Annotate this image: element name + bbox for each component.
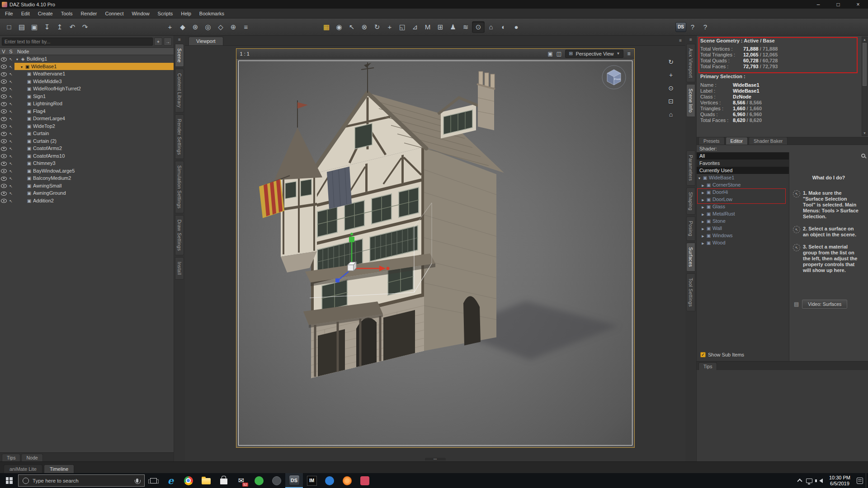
- daz-store-icon[interactable]: DS: [675, 22, 686, 32]
- transfer-utility-icon[interactable]: ≋: [459, 21, 472, 33]
- whats-this-icon[interactable]: ?: [686, 21, 699, 33]
- menu-help[interactable]: Help: [177, 9, 195, 19]
- pane-collapse-handle[interactable]: •••: [425, 458, 446, 460]
- tab-shader-baker[interactable]: Shader Baker: [749, 137, 788, 145]
- surface-group-row[interactable]: Windows: [697, 232, 789, 239]
- visibility-eye-icon[interactable]: [0, 176, 7, 181]
- scrollbar[interactable]: ▲▼: [862, 37, 868, 136]
- scene-node-row[interactable]: Curtain: [0, 130, 174, 137]
- tab-content-library[interactable]: Content Library: [175, 69, 184, 112]
- task-view-button[interactable]: [145, 473, 162, 488]
- selection-arrow-icon[interactable]: [7, 183, 14, 188]
- expand-arrow-icon[interactable]: [700, 204, 706, 209]
- menu-edit[interactable]: Edit: [17, 9, 34, 19]
- maximize-button[interactable]: □: [828, 0, 848, 9]
- save-scene-icon[interactable]: ▣: [28, 21, 41, 33]
- scene-node-row[interactable]: Curtain (2): [0, 137, 174, 145]
- import-icon[interactable]: ↧: [41, 21, 53, 33]
- start-button[interactable]: [0, 473, 18, 488]
- tab-install[interactable]: Install: [175, 257, 184, 280]
- rotate-tool-icon[interactable]: ↻: [371, 21, 383, 33]
- taskbar-app-blue[interactable]: [321, 473, 338, 488]
- selection-arrow-icon[interactable]: [7, 116, 14, 121]
- create-light-icon[interactable]: ⊛: [189, 21, 202, 33]
- filter-currently-used-row[interactable]: Currently Used: [697, 167, 789, 174]
- expand-arrow-icon[interactable]: [700, 197, 706, 202]
- taskbar-app-daz-studio[interactable]: DS: [285, 473, 303, 488]
- render-icon[interactable]: ●: [510, 21, 523, 33]
- redo-icon[interactable]: ↷: [79, 21, 91, 33]
- new-scene-icon[interactable]: □: [3, 21, 15, 33]
- selection-arrow-icon[interactable]: [7, 190, 14, 196]
- frame-icon[interactable]: ⊡: [666, 97, 675, 106]
- close-button[interactable]: ×: [848, 0, 868, 9]
- taskbar-app-chrome[interactable]: [179, 473, 197, 488]
- measure-metrics-icon[interactable]: M: [421, 21, 434, 33]
- selection-arrow-icon[interactable]: [7, 79, 14, 84]
- selection-arrow-icon[interactable]: [7, 56, 14, 61]
- visibility-eye-icon[interactable]: [0, 71, 7, 76]
- selection-arrow-icon[interactable]: [7, 64, 14, 69]
- surface-selection-tool-icon[interactable]: ⊙: [472, 21, 485, 33]
- visibility-eye-icon[interactable]: [0, 64, 7, 69]
- selection-arrow-icon[interactable]: [7, 168, 14, 174]
- region-navigator-icon[interactable]: ⊞: [434, 21, 447, 33]
- pane-menu-icon[interactable]: ≡: [178, 37, 181, 43]
- visibility-eye-icon[interactable]: [0, 116, 7, 121]
- selection-arrow-icon[interactable]: [7, 175, 14, 181]
- volume-icon[interactable]: [817, 479, 823, 483]
- tab-posing[interactable]: Posing: [686, 216, 695, 241]
- surface-group-row[interactable]: Glass: [697, 203, 789, 210]
- scene-node-row[interactable]: DormerLarge4: [0, 115, 174, 122]
- tab-viewport[interactable]: Viewport: [189, 37, 223, 45]
- create-prop-icon[interactable]: ◆: [176, 21, 189, 33]
- surface-group-row-doorlow[interactable]: DoorLow: [697, 196, 789, 203]
- tab-shaping[interactable]: Shaping: [686, 188, 695, 215]
- visibility-eye-icon[interactable]: [0, 153, 7, 158]
- selection-arrow-icon[interactable]: [7, 131, 14, 136]
- tab-scene-info[interactable]: Scene Info: [686, 84, 695, 117]
- tab-node[interactable]: Node: [21, 454, 42, 461]
- scene-node-row[interactable]: CoatofArms2: [0, 145, 174, 152]
- tab-tips[interactable]: Tips: [2, 454, 20, 461]
- scene-list-icon[interactable]: ≡: [240, 21, 252, 33]
- expand-arrow-icon[interactable]: [700, 218, 706, 224]
- visibility-eye-icon[interactable]: [0, 161, 7, 166]
- scene-node-row[interactable]: AwningGround: [0, 189, 174, 197]
- tab-editor[interactable]: Editor: [726, 137, 748, 145]
- scene-node-row[interactable]: WideMiddle3: [0, 78, 174, 85]
- menu-scripts[interactable]: Scripts: [154, 9, 177, 19]
- selection-arrow-icon[interactable]: [7, 86, 14, 91]
- create-null-icon[interactable]: ◇: [214, 21, 227, 33]
- menu-bookmarks[interactable]: Bookmarks: [195, 9, 228, 19]
- visibility-eye-icon[interactable]: [0, 198, 7, 203]
- visibility-eye-icon[interactable]: [0, 108, 7, 113]
- view-orientation-cube[interactable]: Front: [601, 64, 627, 90]
- taskbar-app-store[interactable]: [215, 473, 232, 488]
- expand-arrow-icon[interactable]: [700, 240, 706, 245]
- action-center-icon[interactable]: [857, 478, 863, 484]
- taskbar-app-mail[interactable]: ✉52: [232, 473, 250, 488]
- orbit-view-icon[interactable]: ◉: [333, 21, 345, 33]
- visibility-eye-icon[interactable]: [0, 86, 7, 91]
- surface-root-row[interactable]: WideBase1: [697, 174, 789, 181]
- selection-arrow-icon[interactable]: [7, 94, 14, 99]
- taskbar-clock[interactable]: 10:30 PM 6/5/2019: [827, 475, 852, 487]
- tab-aux-viewport[interactable]: Aux Viewport: [686, 44, 695, 82]
- help-icon[interactable]: ?: [699, 21, 712, 33]
- view-selector-dropdown[interactable]: ⊞ Perspective View ▼: [565, 50, 623, 58]
- selection-arrow-icon[interactable]: [7, 123, 14, 129]
- scene-node-row-widebase1[interactable]: WideBase1: [0, 63, 174, 70]
- taskbar-app-orange[interactable]: [338, 473, 356, 488]
- scene-node-row[interactable]: Addition2: [0, 197, 174, 205]
- expand-arrow-icon[interactable]: [700, 211, 706, 216]
- selection-arrow-icon[interactable]: [7, 145, 14, 151]
- undo-icon[interactable]: ↶: [66, 21, 79, 33]
- filter-go-button[interactable]: →: [164, 38, 172, 46]
- scene-node-row[interactable]: AwningSmall: [0, 182, 174, 190]
- create-camera-icon[interactable]: ◎: [202, 21, 214, 33]
- visibility-eye-icon[interactable]: [0, 123, 7, 128]
- search-icon[interactable]: [861, 154, 865, 158]
- scene-filter-input[interactable]: [2, 38, 153, 46]
- menu-file[interactable]: File: [1, 9, 17, 19]
